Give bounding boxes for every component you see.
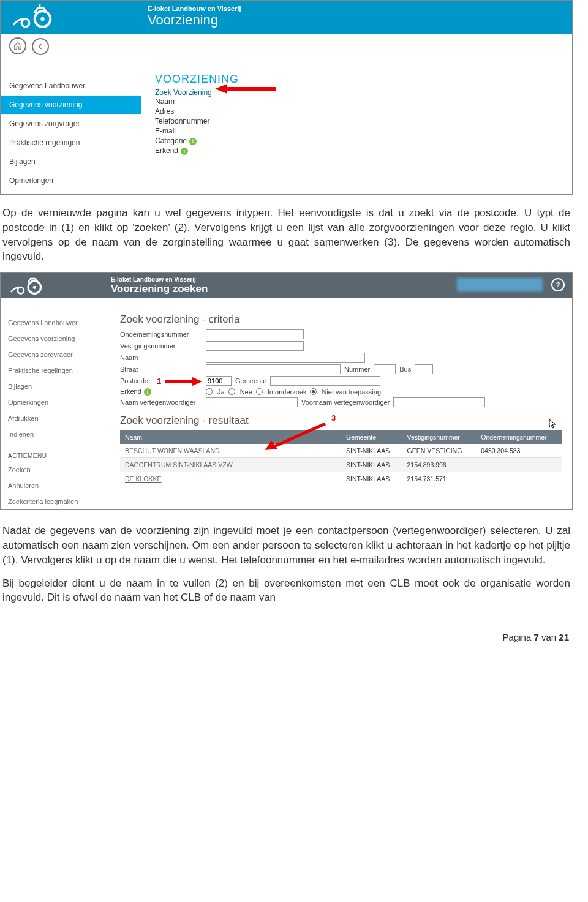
header-subtitle: E-loket Landbouw en Visserij <box>148 5 241 12</box>
table-row[interactable]: BESCHUT WONEN WAASLAND SINT-NIKLAAS GEEN… <box>120 444 562 458</box>
back-button[interactable] <box>32 38 49 55</box>
svg-marker-4 <box>215 84 276 94</box>
label-naam-vert: Naam vertegenwoordiger <box>120 399 206 406</box>
annotation-num-1: 1 <box>157 377 161 386</box>
input-nummer[interactable] <box>374 364 396 374</box>
field-naam: Naam <box>155 97 566 107</box>
actiemenu-title: ACTIEMENU <box>1 446 108 462</box>
input-bus[interactable] <box>415 364 433 374</box>
field-adres: Adres <box>155 107 566 116</box>
radio-ja[interactable] <box>206 388 213 395</box>
col-onr: Ondernemingsnummer <box>476 430 562 444</box>
table-row[interactable]: DAGCENTRUM SINT-NIKLAAS VZW SINT-NIKLAAS… <box>120 458 562 472</box>
logo-area <box>7 4 148 29</box>
svg-line-9 <box>270 424 325 448</box>
main-panel: Zoek voorziening - criteria Ondernemings… <box>108 298 572 509</box>
input-vest[interactable] <box>206 341 304 351</box>
radio-nee[interactable] <box>228 388 235 395</box>
sidebar-item-zorgvrager[interactable]: Gegevens zorgvrager <box>1 115 141 133</box>
label-erkend: Erkendi <box>120 388 206 396</box>
col-gemeente: Gemeente <box>341 430 402 444</box>
action-leegmaken[interactable]: Zoekcriteria leegmaken <box>1 494 108 509</box>
logo-area <box>7 276 111 295</box>
sidebar-item-regelingen[interactable]: Praktische regelingen <box>1 363 108 378</box>
label-bus: Bus <box>399 366 411 373</box>
toolbar <box>1 34 572 59</box>
radio-nvt[interactable] <box>310 388 317 395</box>
sidebar-item-voorziening[interactable]: Gegevens voorziening <box>1 96 141 115</box>
input-gemeente[interactable] <box>270 376 380 386</box>
result-title: Zoek voorziening - resultaat 3 <box>120 415 562 427</box>
home-icon <box>13 42 22 50</box>
sidebar-item-afdrukken[interactable]: Afdrukken <box>1 410 108 426</box>
input-straat[interactable] <box>206 364 341 374</box>
input-naam[interactable] <box>206 353 365 363</box>
label-postcode: Postcode 1 <box>120 377 206 385</box>
field-telefoon: Telefoonnummer <box>155 116 566 126</box>
label-naam: Naam <box>120 354 206 361</box>
tractor-icon <box>7 276 47 295</box>
annotation-arrow-1 <box>165 377 202 388</box>
label-nummer: Nummer <box>344 366 370 373</box>
header-subtitle: E-loket Landbouw en Visserij <box>111 276 208 283</box>
sidebar: Gegevens Landbouwer Gegevens voorziening… <box>1 59 141 194</box>
label-onr: Ondernemingsnummer <box>120 331 206 338</box>
svg-point-2 <box>21 19 29 27</box>
cursor-icon <box>549 419 557 431</box>
action-annuleren[interactable]: Annuleren <box>1 478 108 494</box>
result-link[interactable]: BESCHUT WONEN WAASLAND <box>125 447 220 454</box>
doc-paragraph-1: Op de vernieuwde pagina kan u wel gegeve… <box>0 201 573 272</box>
field-erkend: Erkendi <box>155 146 566 156</box>
sidebar-item-opmerkingen[interactable]: Opmerkingen <box>1 394 108 410</box>
sidebar-item-landbouwer[interactable]: Gegevens Landbouwer <box>1 315 108 331</box>
home-button[interactable] <box>9 37 26 54</box>
input-voornaam-vert[interactable] <box>393 397 485 407</box>
zoek-voorziening-link[interactable]: Zoek Voorziening <box>155 88 212 97</box>
result-link[interactable]: DE KLOKKE <box>125 475 162 483</box>
label-gemeente: Gemeente <box>235 377 266 385</box>
annotation-arrow-3 <box>264 421 331 454</box>
label-straat: Straat <box>120 366 206 373</box>
input-onr[interactable] <box>206 329 304 339</box>
svg-marker-8 <box>165 377 202 386</box>
sidebar-item-voorziening[interactable]: Gegevens voorziening <box>1 331 108 347</box>
header-titles: E-loket Landbouw en Visserij Voorziening… <box>111 276 208 295</box>
sidebar-item-regelingen[interactable]: Praktische regelingen <box>1 133 141 152</box>
user-badge-redacted <box>457 278 543 291</box>
table-row[interactable]: DE KLOKKE SINT-NIKLAAS 2154.731.571 <box>120 472 562 486</box>
sidebar-item-indienen[interactable]: Indienen <box>1 426 108 442</box>
arrow-left-icon <box>37 43 44 50</box>
header-title: Voorziening <box>148 12 241 28</box>
app-header: E-loket Landbouw en Visserij Voorziening <box>1 1 572 34</box>
doc-paragraph-3: Bij begeleider dient u de naam in te vul… <box>0 576 573 614</box>
info-icon[interactable]: i <box>181 148 188 155</box>
doc-paragraph-2: Nadat de gegevens van de voorziening zij… <box>0 510 573 576</box>
label-vest: Vestigingsnummer <box>120 342 206 350</box>
main-panel: VOORZIENING Zoek Voorziening Naam Adres … <box>141 59 572 194</box>
sidebar-item-landbouwer[interactable]: Gegevens Landbouwer <box>1 77 141 96</box>
sidebar: Gegevens Landbouwer Gegevens voorziening… <box>1 298 108 509</box>
sidebar-item-bijlagen[interactable]: Bijlagen <box>1 378 108 394</box>
input-postcode[interactable] <box>206 376 232 386</box>
info-icon[interactable]: i <box>189 138 197 145</box>
col-vest: Vestigingsnummer <box>402 430 476 444</box>
sidebar-item-opmerkingen[interactable]: Opmerkingen <box>1 171 141 190</box>
info-icon[interactable]: i <box>144 388 151 396</box>
svg-marker-10 <box>265 440 277 450</box>
svg-point-6 <box>33 286 36 289</box>
sidebar-item-zorgvrager[interactable]: Gegevens zorgvrager <box>1 347 108 363</box>
help-button[interactable]: ? <box>551 278 565 291</box>
screenshot-zoeken: E-loket Landbouw en Visserij Voorziening… <box>0 272 573 510</box>
header-titles: E-loket Landbouw en Visserij Voorziening <box>148 5 241 28</box>
svg-point-1 <box>40 17 44 21</box>
header-title: Voorziening zoeken <box>111 283 208 295</box>
annotation-num-3: 3 <box>331 413 336 423</box>
input-naam-vert[interactable] <box>206 397 298 407</box>
svg-point-7 <box>18 287 24 293</box>
result-link[interactable]: DAGCENTRUM SINT-NIKLAAS VZW <box>125 461 233 468</box>
tractor-icon <box>7 4 59 29</box>
radio-onderzoek[interactable] <box>256 388 263 395</box>
criteria-form: Ondernemingsnummer Vestigingsnummer Naam… <box>120 329 562 407</box>
action-zoeken[interactable]: Zoeken <box>1 462 108 478</box>
sidebar-item-bijlagen[interactable]: Bijlagen <box>1 152 141 171</box>
